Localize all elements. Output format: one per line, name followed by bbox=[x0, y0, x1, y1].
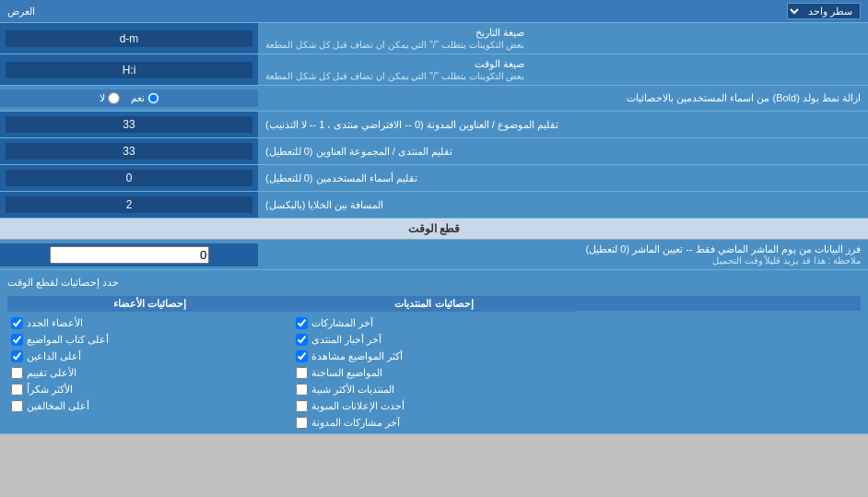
topic-title-field[interactable] bbox=[6, 116, 252, 133]
list-item: آخر مشاركات المدونة bbox=[292, 416, 577, 430]
time-cut-input-wrapper bbox=[0, 243, 258, 266]
bold-no-radio[interactable] bbox=[108, 92, 120, 104]
checkbox-most-similar[interactable] bbox=[296, 384, 308, 396]
list-item: أحدث الإعلانات المبوبة bbox=[292, 399, 577, 413]
forum-title-input-wrapper bbox=[0, 138, 258, 164]
forums-col-title: إحصائيات المنتديات bbox=[292, 296, 577, 312]
time-cut-label: فرز البيانات من يوم الماشر الماضي فقط --… bbox=[258, 240, 868, 269]
checkbox-most-viewed[interactable] bbox=[296, 350, 308, 362]
checkbox-col-forums: إحصائيات المنتديات آخر المشاركات آخر أخب… bbox=[292, 296, 577, 430]
time-format-label: صيغة الوقت بعض التكوينات يتطلب "/" التي … bbox=[258, 54, 868, 85]
checkbox-hot-topics[interactable] bbox=[296, 367, 308, 379]
checkbox-new-members[interactable] bbox=[11, 317, 23, 329]
cell-distance-input-wrapper bbox=[0, 192, 258, 218]
time-cut-field[interactable] bbox=[50, 246, 209, 264]
date-format-label: صيغة التاريخ بعض التكوينات يتطلب "/" الت… bbox=[258, 23, 868, 53]
checkbox-col-members: إحصائيات الأعضاء الأعضاء الجدد أعلى كتاب… bbox=[7, 296, 292, 430]
checkbox-top-authors[interactable] bbox=[11, 334, 23, 346]
cell-distance-label: المسافة بين الخلايا (بالبكسل) bbox=[258, 192, 868, 218]
checkbox-top-inviters[interactable] bbox=[11, 350, 23, 362]
checkbox-latest-ads[interactable] bbox=[296, 400, 308, 412]
list-item: المنتديات الأكثر شبية bbox=[292, 383, 577, 396]
date-format-input-wrapper bbox=[0, 23, 258, 53]
checkbox-last-news[interactable] bbox=[296, 334, 308, 346]
list-item: الأعضاء الجدد bbox=[7, 316, 292, 330]
list-item: آخر المشاركات bbox=[292, 316, 577, 330]
members-col-title: إحصائيات الأعضاء bbox=[7, 296, 292, 312]
header-label: العرض bbox=[7, 6, 35, 18]
list-item: المواضيع الساخنة bbox=[292, 366, 577, 380]
bold-remove-label: ازالة نمط بولد (Bold) من اسماء المستخدمي… bbox=[258, 89, 868, 108]
time-format-input-wrapper bbox=[0, 54, 258, 85]
checkbox-col-empty bbox=[576, 296, 861, 430]
checkbox-last-posts[interactable] bbox=[296, 317, 308, 329]
username-title-label: تقليم أسماء المستخدمين (0 للتعطيل) bbox=[258, 165, 868, 191]
cell-distance-field[interactable] bbox=[6, 196, 252, 213]
list-item: أعلى المخالفين bbox=[7, 399, 292, 413]
display-select[interactable]: سطر واحد سطرين ثلاثة أسطر bbox=[787, 3, 861, 19]
time-cut-title: قطع الوقت bbox=[0, 219, 868, 240]
list-item: أكثر المواضيع مشاهدة bbox=[292, 349, 577, 363]
checkboxes-title: حدد إحصائيات لقطع الوقت bbox=[7, 274, 861, 292]
list-item: أعلى الداعين bbox=[7, 349, 292, 363]
list-item: الأكثر شكراً bbox=[7, 383, 292, 396]
topic-title-input-wrapper bbox=[0, 112, 258, 137]
time-format-field[interactable] bbox=[6, 62, 252, 78]
checkbox-top-violators[interactable] bbox=[11, 400, 23, 412]
forum-title-label: تقليم المنتدى / المجموعة العناوين (0 للت… bbox=[258, 138, 868, 164]
checkboxes-grid: إحصائيات المنتديات آخر المشاركات آخر أخب… bbox=[7, 296, 861, 430]
topic-title-label: تقليم الموضوع / العناوين المدونة (0 -- ا… bbox=[258, 112, 868, 137]
checkbox-blog-posts[interactable] bbox=[296, 417, 308, 429]
date-format-field[interactable] bbox=[6, 30, 252, 47]
checkbox-most-thanked[interactable] bbox=[11, 384, 23, 396]
checkboxes-section: حدد إحصائيات لقطع الوقت إحصائيات المنتدي… bbox=[0, 270, 868, 434]
list-item: أعلى كتاب المواضيع bbox=[7, 333, 292, 347]
list-item: الأعلى تقييم bbox=[7, 366, 292, 380]
bold-no-label[interactable]: لا bbox=[100, 92, 120, 104]
username-title-field[interactable] bbox=[6, 170, 252, 186]
bold-yes-radio[interactable] bbox=[147, 92, 159, 104]
list-item: آخر أخبار المنتدى bbox=[292, 333, 577, 347]
username-title-input-wrapper bbox=[0, 165, 258, 191]
bold-remove-options: نعم لا bbox=[0, 89, 258, 107]
bold-yes-label[interactable]: نعم bbox=[131, 92, 159, 104]
forum-title-field[interactable] bbox=[6, 143, 252, 160]
checkbox-top-rated[interactable] bbox=[11, 367, 23, 379]
